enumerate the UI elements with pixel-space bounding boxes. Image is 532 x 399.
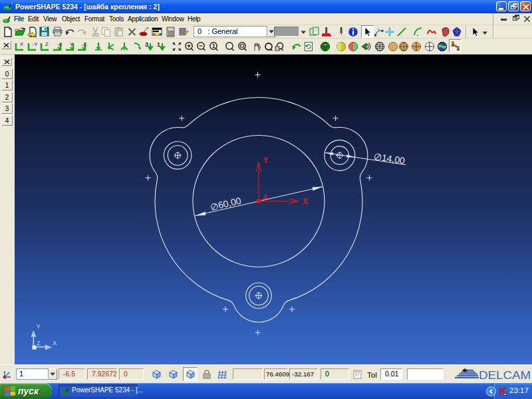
svg-text:60,00: 60,00 [217, 195, 242, 210]
svg-text:X: X [53, 339, 57, 346]
svg-text:1: 1 [212, 43, 215, 49]
svg-text:-Y: -Y [33, 41, 38, 47]
svg-text:Z: Z [45, 41, 49, 47]
svg-text:Y: Y [70, 41, 73, 47]
svg-text:Z: Z [37, 339, 41, 346]
svg-text:-Z: -Z [82, 41, 86, 47]
svg-text:Y: Y [37, 323, 41, 330]
svg-text:X: X [20, 41, 23, 47]
svg-text:Z: Z [263, 194, 267, 200]
svg-text:DELCAM: DELCAM [479, 369, 531, 382]
svg-text:X: X [303, 197, 308, 206]
svg-text:-X: -X [57, 41, 63, 47]
svg-text:14,00: 14,00 [381, 152, 406, 166]
svg-text:Y: Y [263, 156, 269, 165]
